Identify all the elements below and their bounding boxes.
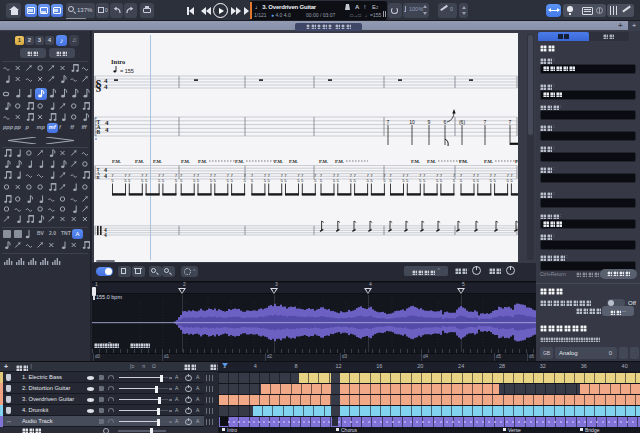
svg-text:P.M.: P.M. <box>181 159 190 164</box>
svg-text:7: 7 <box>387 119 390 125</box>
svg-text:B: B <box>97 175 100 180</box>
svg-text:P.M.: P.M. <box>427 159 436 164</box>
svg-text:4: 4 <box>104 83 108 91</box>
svg-text:P.M.: P.M. <box>319 159 328 164</box>
svg-text:P.M.: P.M. <box>198 159 207 164</box>
svg-text:4: 4 <box>104 232 107 238</box>
svg-text:P.M.: P.M. <box>411 159 420 164</box>
svg-text:4: 4 <box>104 173 107 179</box>
svg-text:P.M.: P.M. <box>235 159 244 164</box>
svg-text:P.M.: P.M. <box>112 159 121 164</box>
svg-text:4: 4 <box>105 126 109 134</box>
svg-text:10: 10 <box>409 119 415 125</box>
svg-text:(6): (6) <box>459 119 465 125</box>
svg-text:P.M.: P.M. <box>135 159 144 164</box>
svg-text:9: 9 <box>428 119 431 125</box>
svg-text:7: 7 <box>509 119 512 125</box>
svg-text:P.M.: P.M. <box>484 159 493 164</box>
svg-text:§: § <box>95 78 102 93</box>
svg-text:P.M.: P.M. <box>459 159 468 164</box>
svg-text:P.M.: P.M. <box>274 159 283 164</box>
svg-text:P.M.: P.M. <box>153 159 162 164</box>
svg-text:P.M.: P.M. <box>289 159 298 164</box>
svg-text:= 155: = 155 <box>120 68 134 74</box>
svg-text:6: 6 <box>444 119 447 125</box>
svg-text:B: B <box>97 129 101 135</box>
svg-text:P.M.: P.M. <box>335 159 344 164</box>
svg-text:P.M.: P.M. <box>515 159 518 164</box>
svg-text:Intro: Intro <box>111 58 125 65</box>
svg-text:7: 7 <box>484 119 487 125</box>
